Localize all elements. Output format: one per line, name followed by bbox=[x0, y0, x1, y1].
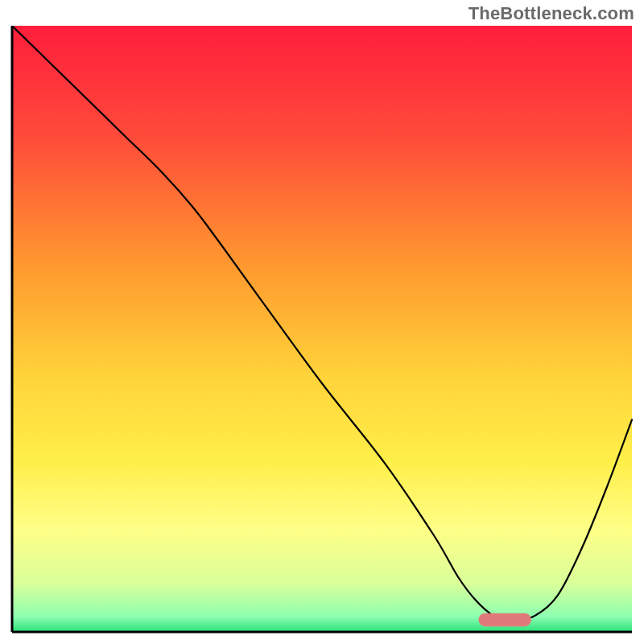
watermark-text: TheBottleneck.com bbox=[469, 3, 634, 24]
plot-area bbox=[10, 26, 634, 634]
chart-frame: TheBottleneck.com bbox=[0, 0, 644, 644]
chart-svg bbox=[10, 26, 634, 634]
highlight-pill bbox=[478, 613, 530, 627]
